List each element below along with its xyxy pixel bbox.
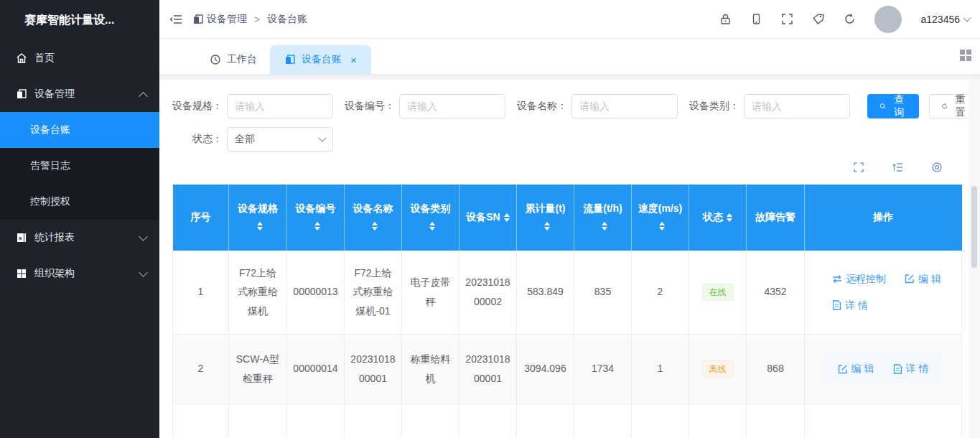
tag-icon[interactable] [812, 13, 825, 25]
cell-category: 电子皮带秤 [402, 251, 459, 334]
edit-icon [905, 274, 915, 284]
col-category[interactable]: 设备类别 [402, 185, 459, 251]
cell-code: 00000014 [287, 334, 345, 404]
table-settings-icon[interactable] [931, 162, 943, 173]
sort-icon[interactable] [727, 213, 732, 222]
main-area: 设备管理 > 设备台账 [159, 0, 980, 438]
tab-workbench[interactable]: 工作台 [197, 45, 270, 74]
table-row: 1 F72上给式称重给煤机 00000013 F72上给式称重给煤机-01 电子… [173, 251, 962, 334]
sidebar-item-alarm-log[interactable]: 告警日志 [0, 148, 159, 184]
detail-link[interactable]: 详 情 [893, 359, 929, 378]
sort-icon[interactable] [372, 222, 378, 230]
cell-speed: 1 [632, 334, 689, 404]
sort-icon[interactable] [544, 222, 550, 230]
sidebar-item-device-ledger[interactable]: 设备台账 [0, 112, 159, 148]
breadcrumb-root[interactable]: 设备管理 [207, 13, 247, 26]
cell-total: 3094.096 [517, 334, 574, 404]
cell-code: 00000013 [287, 251, 345, 334]
col-spec[interactable]: 设备规格 [229, 185, 287, 251]
tab-list-icon[interactable] [960, 50, 971, 61]
chevron-down-icon [963, 14, 971, 22]
user-avatar[interactable] [874, 6, 902, 33]
sidebar-item-label: 统计报表 [34, 231, 140, 244]
table-density-icon[interactable] [892, 162, 904, 173]
status-filter-select[interactable]: 全部 [227, 127, 333, 152]
mobile-icon[interactable] [750, 13, 762, 25]
search-button[interactable]: 查 询 [867, 94, 919, 118]
cell-flow: 835 [574, 251, 632, 334]
spec-filter-input[interactable] [227, 94, 333, 118]
sidebar-item-home[interactable]: 首页 [0, 40, 159, 76]
sidebar-item-label: 设备管理 [34, 88, 140, 101]
scrollbar-thumb[interactable] [971, 186, 977, 268]
edit-link[interactable]: 编 辑 [838, 359, 874, 378]
cell-speed: 2 [632, 251, 689, 334]
cell-index: 2 [173, 334, 229, 404]
sidebar-item-label: 设备台账 [30, 124, 70, 136]
col-status[interactable]: 状态 [689, 185, 747, 251]
sort-icon[interactable] [429, 222, 435, 230]
col-fault: 故障告警 [747, 185, 805, 251]
cell-flow [574, 404, 632, 438]
tab-label: 设备台账 [302, 53, 342, 66]
topbar: 设备管理 > 设备台账 [159, 0, 980, 39]
sidebar-item-org-structure[interactable]: 组织架构 [0, 256, 159, 292]
sidebar-item-control-auth[interactable]: 控制授权 [0, 184, 159, 220]
edit-icon [838, 364, 848, 374]
refresh-icon[interactable] [844, 13, 856, 25]
content: 设备规格： 设备编号： 设备名称： 设备类别： 查 询 [159, 80, 980, 438]
col-flow[interactable]: 流量(t/h) [574, 185, 632, 251]
col-name[interactable]: 设备名称 [345, 185, 402, 251]
reset-icon [941, 101, 948, 111]
sidebar-item-stats-report[interactable]: x 统计报表 [0, 220, 159, 256]
remote-control-link[interactable]: 远程控制 [832, 269, 886, 289]
code-filter-input[interactable] [399, 94, 505, 118]
cell-flow: 1734 [574, 334, 632, 404]
category-filter-input[interactable] [744, 94, 850, 118]
status-filter-label: 状态： [172, 133, 223, 146]
cell-status: 在线 [689, 251, 747, 334]
col-sn[interactable]: 设备SN [459, 185, 517, 251]
user-menu[interactable]: a123456 [920, 14, 970, 25]
status-filter-value: 全部 [235, 133, 255, 146]
name-filter-input[interactable] [571, 94, 678, 118]
sort-icon[interactable] [314, 222, 320, 230]
close-icon[interactable]: × [350, 54, 357, 66]
cell-status [689, 404, 747, 438]
edit-link[interactable]: 编 辑 [905, 269, 941, 289]
cell-fault [747, 404, 805, 438]
sidebar: 赛摩智能计量设... 首页 设备管理 设备台账 告警日志 控制授权 [0, 0, 159, 438]
app-title: 赛摩智能计量设... [0, 0, 159, 40]
fullscreen-icon[interactable] [781, 13, 793, 25]
cell-actions [805, 404, 962, 438]
sort-icon[interactable] [504, 213, 510, 222]
tab-label: 工作台 [227, 53, 257, 66]
table-fullscreen-icon[interactable] [853, 162, 864, 173]
sidebar-item-label: 告警日志 [30, 159, 70, 172]
cell-index: 3 [173, 404, 229, 438]
document-icon [893, 364, 902, 374]
tab-device-ledger[interactable]: 设备台账 × [270, 45, 371, 74]
cell-spec: F72上给式称重给煤机 [229, 251, 287, 334]
report-icon: x [16, 232, 27, 243]
chevron-down-icon [139, 268, 148, 277]
cell-sn: 2023101800002 [459, 251, 517, 334]
home-icon [16, 52, 27, 64]
col-speed[interactable]: 速度(m/s) [632, 185, 689, 251]
sidebar-item-device-mgmt[interactable]: 设备管理 [0, 76, 159, 112]
lock-icon[interactable] [719, 13, 732, 25]
sort-icon[interactable] [602, 222, 607, 230]
folder-icon [284, 54, 296, 65]
cell-total: 583.849 [517, 251, 574, 334]
col-code[interactable]: 设备编号 [287, 185, 345, 251]
detail-link[interactable]: 详 情 [832, 296, 868, 315]
sort-icon[interactable] [659, 222, 665, 230]
filter-row-1: 设备规格： 设备编号： 设备名称： 设备类别： 查 询 [172, 94, 980, 118]
chevron-up-icon [139, 91, 148, 101]
remote-control-icon [832, 274, 842, 284]
collapse-menu-icon[interactable] [169, 14, 182, 25]
cell-actions: 编 辑 详 情 [805, 334, 962, 404]
sort-icon[interactable] [257, 222, 263, 230]
col-total[interactable]: 累计量(t) [517, 185, 574, 251]
scrollbar-track[interactable] [969, 80, 980, 438]
